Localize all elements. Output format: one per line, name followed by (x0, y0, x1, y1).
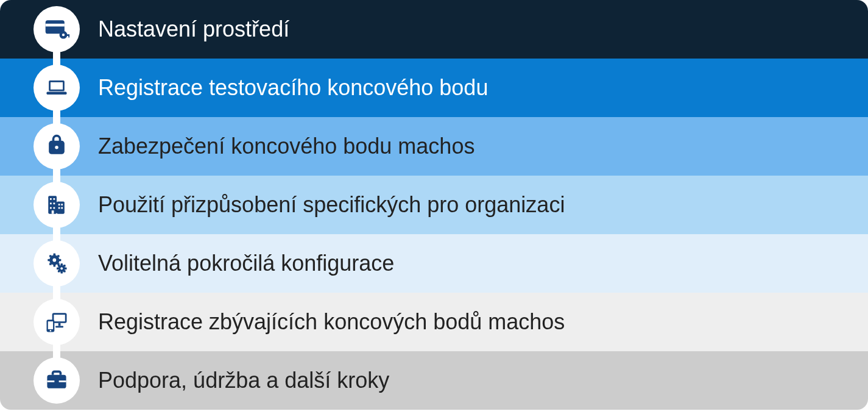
lock-bag-icon (34, 123, 80, 170)
svg-rect-31 (54, 254, 56, 256)
svg-rect-13 (50, 198, 52, 200)
svg-rect-30 (49, 255, 52, 257)
svg-rect-40 (58, 265, 60, 267)
card-key-icon (34, 6, 80, 52)
step-row-5[interactable]: Volitelná pokročilá konfigurace (0, 234, 868, 293)
svg-rect-28 (49, 263, 52, 265)
svg-rect-27 (54, 265, 56, 267)
step-row-3[interactable]: Zabezpečení koncového bodu machos (0, 117, 868, 176)
svg-point-50 (50, 330, 51, 331)
svg-rect-35 (65, 267, 67, 270)
gears-icon (34, 240, 80, 287)
laptop-icon (34, 65, 80, 111)
step-row-2[interactable]: Registrace testovacího koncového bodu (0, 59, 868, 117)
step-row-6[interactable]: Registrace zbývajících koncových bodů ma… (0, 293, 868, 351)
svg-rect-12 (57, 202, 65, 214)
svg-rect-47 (55, 326, 63, 327)
svg-rect-32 (57, 255, 60, 257)
svg-rect-7 (51, 82, 63, 90)
briefcase-icon (34, 357, 80, 404)
svg-rect-38 (58, 270, 60, 273)
svg-rect-8 (47, 91, 67, 95)
deployment-steps-list: Nastavení prostředíRegistrace testovacíh… (0, 0, 868, 410)
step-label: Registrace zbývajících koncových bodů ma… (98, 310, 565, 334)
svg-rect-22 (61, 207, 63, 209)
svg-rect-15 (50, 202, 52, 204)
svg-point-10 (55, 146, 58, 149)
svg-rect-5 (68, 34, 69, 38)
svg-rect-20 (61, 204, 63, 206)
step-row-4[interactable]: Použití přizpůsobení specifických pro or… (0, 176, 868, 234)
step-label: Registrace testovacího koncového bodu (98, 76, 488, 100)
svg-rect-53 (54, 379, 58, 383)
svg-rect-16 (54, 202, 55, 204)
step-label: Nastavení prostředí (98, 17, 289, 41)
svg-rect-46 (58, 323, 61, 326)
svg-point-43 (60, 267, 63, 270)
step-label: Zabezpečení koncového bodu machos (98, 134, 475, 159)
svg-rect-17 (50, 207, 52, 209)
svg-rect-18 (54, 207, 55, 209)
building-icon (34, 182, 80, 228)
svg-rect-29 (48, 259, 50, 262)
svg-rect-1 (46, 24, 65, 27)
svg-rect-36 (63, 270, 66, 273)
devices-icon (34, 299, 80, 345)
step-row-1[interactable]: Nastavení prostředí (0, 0, 868, 59)
svg-rect-25 (59, 259, 62, 262)
svg-rect-37 (60, 271, 63, 274)
step-label: Použití přizpůsobení specifických pro or… (98, 193, 565, 217)
svg-rect-19 (58, 204, 60, 206)
svg-rect-14 (54, 198, 55, 200)
svg-rect-23 (52, 210, 54, 214)
svg-rect-21 (58, 207, 60, 209)
svg-point-3 (62, 34, 65, 36)
step-label: Volitelná pokročilá konfigurace (98, 251, 394, 276)
svg-rect-42 (63, 265, 66, 267)
svg-rect-41 (60, 263, 63, 266)
step-label: Podpora, údržba a další kroky (98, 368, 389, 393)
svg-rect-45 (54, 315, 65, 321)
svg-point-33 (52, 259, 56, 262)
svg-rect-39 (57, 267, 59, 270)
svg-rect-49 (48, 321, 53, 329)
step-row-7[interactable]: Podpora, údržba a další kroky (0, 351, 868, 410)
